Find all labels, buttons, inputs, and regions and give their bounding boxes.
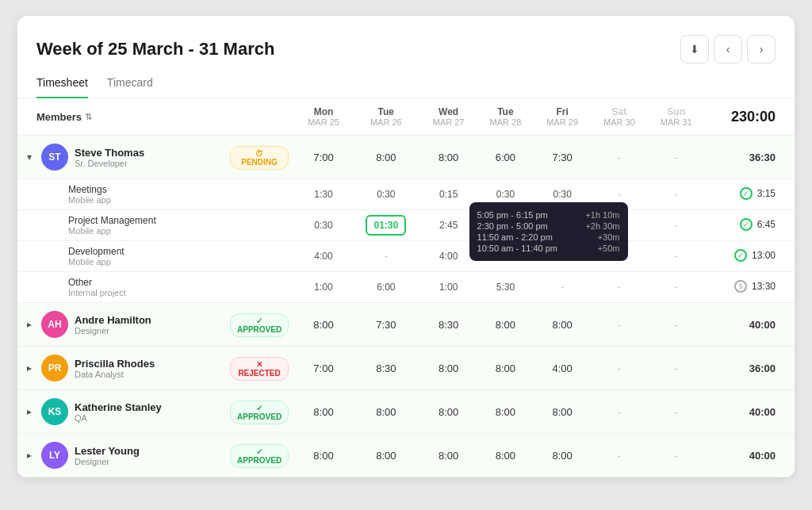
time-cell: 7:30 (534, 136, 591, 179)
timesheet-table: Members ⇅ Mon MAR 25 Tue MAR 26 Wed MAR … (17, 98, 795, 477)
task-row: Development Mobile app 4:00-4:00-5:00-- … (17, 241, 795, 272)
time-cell: 7:00 (295, 347, 352, 390)
time-cell: 8:00 (534, 390, 591, 434)
member-row: ▸ KS Katherine Stanley QA ✓ APPROVED 8:0… (17, 390, 795, 434)
member-total: 36:00 (705, 347, 795, 390)
time-cell: 8:00 (352, 434, 420, 477)
task-row: Other Internal project 1:006:001:005:30-… (17, 272, 795, 303)
time-cell: 8:00 (295, 390, 352, 434)
time-cell: 4:00 (534, 347, 591, 390)
tab-timecard[interactable]: Timecard (107, 70, 153, 98)
time-cell: - (648, 434, 705, 477)
time-cell: 8:00 (477, 303, 534, 347)
status-badge: ⏱ PENDING (230, 146, 289, 170)
member-status: ✓ APPROVED (224, 390, 295, 434)
member-name: Katherine Stanley (75, 401, 162, 413)
time-cell: 8:00 (477, 434, 534, 477)
page-title: Week of 25 March - 31 March (36, 39, 274, 59)
time-cell: 7:00 (295, 136, 352, 179)
member-role: Data Analyst (75, 370, 155, 379)
task-time-cell: - (648, 272, 705, 303)
status-badge: ✕ REJECTED (230, 357, 289, 381)
member-role: QA (75, 413, 162, 423)
prev-week-button[interactable]: ‹ (714, 35, 742, 63)
time-cell: 8:00 (295, 303, 352, 347)
task-title: Development (68, 246, 289, 257)
task-subtitle: Mobile app (68, 226, 289, 236)
task-time-cell: - (648, 179, 705, 210)
task-title: Meetings (68, 184, 289, 195)
time-cell: - (591, 390, 648, 434)
time-cell: 8:00 (352, 390, 420, 434)
member-status: ✓ APPROVED (224, 303, 295, 347)
time-cell: 8:00 (477, 390, 534, 434)
col-mon: Mon MAR 25 (295, 98, 352, 136)
task-time-cell: - (648, 210, 705, 241)
highlighted-time-cell: 01:30 (352, 210, 420, 241)
task-time-cell: - (352, 241, 420, 272)
member-status: ⏱ PENDING (224, 136, 295, 179)
gray-circle-icon: $ (734, 280, 747, 293)
member-name: Priscilla Rhodes (75, 358, 155, 370)
task-time-cell: - (534, 272, 591, 303)
member-role: Designer (75, 457, 140, 466)
status-badge: ✓ APPROVED (230, 313, 289, 337)
member-row: ▸ LY Lester Young Designer ✓ APPROVED 8:… (17, 434, 795, 477)
expand-button[interactable]: ▸ (24, 448, 35, 462)
member-status: ✕ REJECTED (224, 347, 295, 390)
expand-button[interactable]: ▸ (24, 361, 35, 375)
time-cell: 8:00 (420, 390, 477, 434)
member-role: Designer (75, 326, 151, 336)
member-name-cell: ▸ KS Katherine Stanley QA (17, 390, 224, 434)
task-subtitle: Internal project (68, 288, 289, 297)
time-cell: 8:30 (352, 347, 420, 390)
time-cell: - (648, 390, 705, 434)
member-total: 40:00 (705, 303, 795, 347)
task-time-cell: - (648, 241, 705, 272)
member-name-cell: ▾ ST Steve Thomas Sr. Developer (17, 136, 224, 179)
tab-timesheet[interactable]: Timesheet (36, 70, 88, 98)
task-time-cell: 2:45 (420, 210, 477, 241)
page-header: Week of 25 March - 31 March ⬇ ‹ › (17, 35, 795, 63)
green-circle-icon: ✓ (740, 187, 753, 200)
time-cell: - (648, 136, 705, 179)
task-name-cell: Project Management Mobile app (17, 210, 295, 241)
member-row: ▸ PR Priscilla Rhodes Data Analyst ✕ REJ… (17, 347, 795, 390)
col-status (224, 98, 295, 136)
col-sun: Sun MAR 31 (648, 98, 705, 136)
task-total: ✓ 6:45 (705, 210, 795, 236)
col-sat: Sat MAR 30 (591, 98, 648, 136)
members-header[interactable]: Members ⇅ (17, 98, 224, 136)
next-week-button[interactable]: › (747, 35, 776, 63)
sort-icon: ⇅ (85, 112, 92, 122)
task-time-cell: 1:00 (420, 272, 477, 303)
download-button[interactable]: ⬇ (680, 35, 709, 63)
task-time-cell: 4:00 (420, 241, 477, 272)
task-time-cell: 0:30 (295, 210, 352, 241)
time-cell: - (591, 434, 648, 477)
member-name-cell: ▸ PR Priscilla Rhodes Data Analyst (17, 347, 224, 390)
grand-total: 230:00 (705, 98, 795, 136)
expand-button[interactable]: ▸ (24, 405, 35, 419)
task-row: Meetings Mobile app 1:300:300:150:300:30… (17, 179, 795, 210)
time-cell: 8:30 (420, 303, 477, 347)
time-cell: 6:00 (477, 136, 534, 179)
member-name: Lester Young (75, 445, 140, 457)
time-cell: 8:00 (420, 136, 477, 179)
time-cell: - (591, 347, 648, 390)
tab-bar: Timesheet Timecard (17, 70, 795, 98)
col-tue26: Tue MAR 26 (352, 98, 420, 136)
expand-button[interactable]: ▸ (24, 317, 35, 332)
member-total: 40:00 (705, 390, 795, 434)
member-row: ▸ AH Andre Hamilton Designer ✓ APPROVED … (17, 303, 795, 347)
time-cell: 7:30 (352, 303, 420, 347)
task-title: Project Management (68, 215, 289, 226)
expand-button[interactable]: ▾ (24, 150, 35, 164)
task-time-cell: 0:30 (352, 179, 420, 210)
time-cell: 8:00 (477, 347, 534, 390)
member-row: ▾ ST Steve Thomas Sr. Developer ⏱ PENDIN… (17, 136, 795, 179)
time-cell: 8:00 (352, 136, 420, 179)
task-name-cell: Development Mobile app (17, 241, 295, 272)
member-name: Steve Thomas (75, 147, 144, 159)
task-time-cell: 1:00 (295, 272, 352, 303)
